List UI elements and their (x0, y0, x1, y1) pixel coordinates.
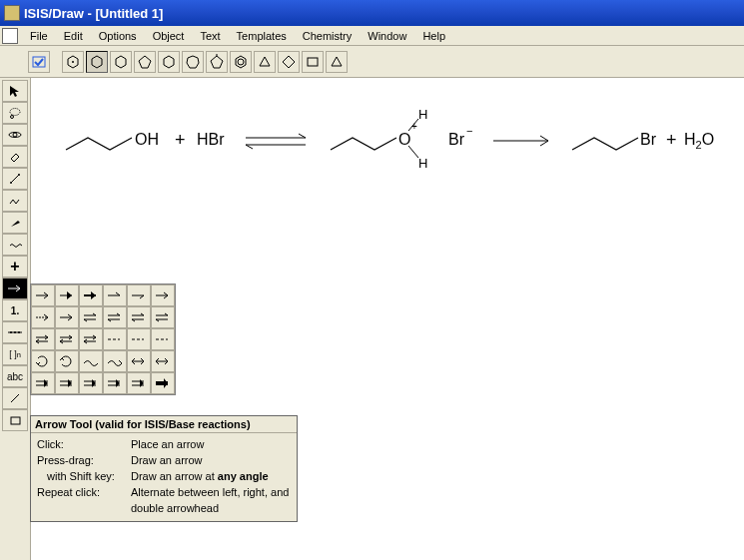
svg-text:H2O: H2O (684, 131, 714, 151)
plus-tool[interactable]: + (2, 256, 28, 278)
eraser-tool[interactable] (2, 146, 28, 168)
tooltip-k2: Press-drag: (37, 453, 131, 469)
arrow-type-18[interactable] (151, 328, 175, 350)
svg-point-16 (10, 109, 20, 116)
arrow-type-17[interactable] (127, 328, 151, 350)
menu-options[interactable]: Options (91, 28, 145, 44)
arrow-type-16[interactable] (103, 328, 127, 350)
tooltip-title: Arrow Tool (valid for ISIS/Base reaction… (31, 416, 297, 433)
sequence-tool[interactable] (2, 321, 28, 343)
titlebar: ISIS/Draw - [Untitled 1] (0, 0, 744, 26)
tooltip-k3: with Shift key: (37, 469, 131, 485)
ring-fill-tool[interactable] (86, 51, 108, 73)
svg-line-28 (11, 394, 19, 402)
arrow-type-11[interactable] (127, 306, 151, 328)
svg-point-2 (72, 61, 74, 63)
rect-ring-tool[interactable] (302, 51, 324, 73)
menu-templates[interactable]: Templates (229, 28, 295, 44)
svg-point-25 (10, 331, 12, 333)
arrow-type-28[interactable] (103, 372, 127, 394)
arrow-type-5[interactable] (127, 284, 151, 306)
lasso-tool[interactable] (2, 102, 28, 124)
menubar: File Edit Options Object Text Templates … (0, 26, 744, 46)
chain-tool[interactable] (2, 190, 28, 212)
hexagon2-tool[interactable] (158, 51, 180, 73)
heptagon-tool[interactable] (182, 51, 204, 73)
tooltip-v2: Draw an arrow (131, 453, 291, 469)
reaction-diagram: OH + HBr O H H + Br − Br + H2O (31, 78, 730, 198)
doc-icon (2, 28, 18, 44)
svg-marker-7 (187, 56, 199, 68)
arrow-type-25[interactable] (31, 372, 55, 394)
arrow-tool[interactable] (2, 278, 28, 299)
svg-marker-5 (139, 56, 151, 68)
cyclopropane-tool[interactable] (254, 51, 276, 73)
arrow-type-12[interactable] (151, 306, 175, 328)
menu-file[interactable]: File (22, 28, 56, 44)
arrow-type-3[interactable] (79, 284, 103, 306)
arrow-type-20[interactable] (55, 350, 79, 372)
bond-tool[interactable] (2, 168, 28, 190)
menu-chemistry[interactable]: Chemistry (295, 28, 361, 44)
svg-point-17 (11, 116, 14, 119)
arrow-type-9[interactable] (79, 306, 103, 328)
pentagon-tool[interactable] (134, 51, 156, 73)
atom-tool[interactable] (2, 124, 28, 146)
wedge-tool[interactable] (2, 212, 28, 234)
top-toolbar (0, 46, 744, 78)
arrow-type-2[interactable] (55, 284, 79, 306)
svg-marker-4 (116, 56, 126, 68)
arrow-type-14[interactable] (55, 328, 79, 350)
svg-marker-8 (211, 56, 223, 68)
wavy-tool[interactable] (2, 234, 28, 256)
arrow-type-24[interactable] (151, 350, 175, 372)
svg-text:OH: OH (135, 131, 159, 148)
arrow-type-26[interactable] (55, 372, 79, 394)
svg-point-22 (18, 174, 20, 176)
bracket-tool[interactable]: [ ]n (2, 343, 28, 365)
arrow-type-6[interactable] (151, 284, 175, 306)
menu-edit[interactable]: Edit (56, 28, 91, 44)
arrow-type-8[interactable] (55, 306, 79, 328)
arrow-type-1[interactable] (31, 284, 55, 306)
svg-point-21 (10, 182, 12, 184)
text-tool[interactable]: abc (2, 365, 28, 387)
arrow-type-30[interactable] (151, 372, 175, 394)
map-tool[interactable]: 1. (2, 299, 28, 321)
line-tool[interactable] (2, 387, 28, 409)
check-tool[interactable] (28, 51, 50, 73)
arrow-type-10[interactable] (103, 306, 127, 328)
arrow-type-4[interactable] (103, 284, 127, 306)
arrow-type-7[interactable] (31, 306, 55, 328)
tooltip-body: Click:Place an arrow Press-drag:Draw an … (31, 433, 297, 521)
svg-line-38 (408, 146, 418, 158)
svg-text:Br: Br (640, 131, 657, 148)
arrow-type-23[interactable] (127, 350, 151, 372)
pointer-tool[interactable] (2, 80, 28, 102)
menu-window[interactable]: Window (360, 28, 414, 44)
arrow-type-19[interactable] (31, 350, 55, 372)
svg-line-20 (11, 175, 19, 183)
cyclopentadiene-tool[interactable] (206, 51, 228, 73)
menu-object[interactable]: Object (145, 28, 193, 44)
menu-text[interactable]: Text (192, 28, 228, 44)
arrow-type-15[interactable] (79, 328, 103, 350)
benzene-tool[interactable] (230, 51, 252, 73)
arrow-type-27[interactable] (79, 372, 103, 394)
arrow-type-22[interactable] (103, 350, 127, 372)
tooltip-k4: Repeat click: (37, 485, 131, 517)
triangle-tool[interactable] (326, 51, 348, 73)
svg-text:+: + (175, 130, 186, 150)
rect-draw-tool[interactable] (2, 409, 28, 431)
arrow-type-21[interactable] (79, 350, 103, 372)
arrow-type-13[interactable] (31, 328, 55, 350)
menu-help[interactable]: Help (414, 28, 453, 44)
hexagon-tool[interactable] (110, 51, 132, 73)
ring-dot-tool[interactable] (62, 51, 84, 73)
left-toolbar: + 1. [ ]n abc (0, 78, 30, 431)
svg-text:H: H (418, 156, 427, 171)
arrow-type-29[interactable] (127, 372, 151, 394)
svg-marker-15 (332, 57, 342, 66)
tooltip-v4: Alternate between left, right, and doubl… (131, 485, 291, 517)
cyclobutane-tool[interactable] (278, 51, 300, 73)
